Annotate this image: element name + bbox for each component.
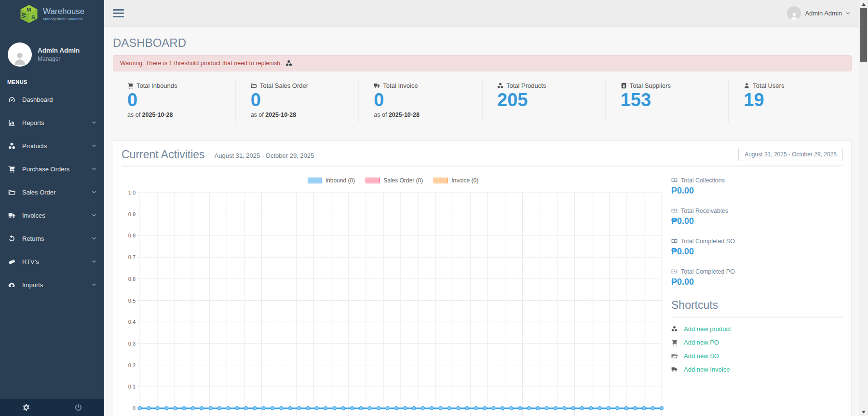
summary-label-text: Total Completed PO: [681, 268, 735, 275]
cart-icon: [127, 83, 134, 89]
data-point: [616, 406, 619, 410]
data-point: [457, 406, 460, 410]
truck-icon: [8, 212, 17, 219]
settings-button[interactable]: [0, 399, 52, 416]
summary-label-text: Total Receivables: [681, 208, 728, 214]
legend-label: Sales Order (0): [383, 177, 423, 184]
shortcut-label: Add new SO: [684, 352, 719, 360]
chevron-down-icon: [92, 166, 96, 171]
cubes-icon: [671, 326, 679, 332]
shortcut-add-new-so[interactable]: Add new SO: [671, 352, 843, 360]
brand-name: Warehouse: [43, 7, 84, 15]
sidebar-item-rtv-s[interactable]: RTV's: [0, 250, 104, 273]
summary-label: Total Completed PO: [671, 268, 843, 275]
data-point: [642, 406, 646, 410]
panel-header: Current Activities August 31, 2025 - Oct…: [122, 146, 843, 161]
y-axis-tick: 0.9: [128, 211, 136, 217]
profile-name: Admin Admin: [38, 47, 80, 54]
summary-value: ₱0.00: [671, 277, 843, 287]
cart-icon: [8, 166, 17, 173]
summary-column: Total Collections₱0.00Total Receivables₱…: [665, 170, 843, 416]
avatar: [8, 42, 32, 67]
brand[interactable]: W M S Warehouse Management Solutions: [0, 0, 104, 28]
chevron-down-icon: [92, 190, 96, 194]
chevron-down-icon: [92, 120, 96, 125]
legend-item-inbound[interactable]: Inbound (0): [308, 177, 355, 184]
chevron-down-icon: [846, 11, 850, 15]
legend-label: Inbound (0): [326, 177, 355, 184]
shortcut-add-new-product[interactable]: Add new product: [671, 325, 843, 333]
undo-icon: [8, 235, 17, 242]
date-range-picker[interactable]: August 31, 2025 - October 29, 2025: [738, 148, 843, 161]
sidebar-item-reports[interactable]: Reports: [0, 111, 104, 134]
chevron-down-icon: [92, 213, 96, 218]
summary-total-collections: Total Collections₱0.00: [671, 177, 843, 196]
sidebar-item-products[interactable]: Products: [0, 134, 104, 157]
data-point: [244, 406, 248, 410]
stat-value: 205: [497, 90, 600, 111]
data-point: [209, 406, 212, 410]
scroll-down-icon[interactable]: [859, 408, 868, 416]
sidebar-item-label: Purchase Orders: [22, 166, 69, 173]
activities-chart[interactable]: 1.00.90.80.70.60.50.40.30.20.10: [122, 189, 665, 416]
stat-value: 0: [251, 90, 354, 111]
data-point: [262, 406, 265, 410]
data-point: [341, 406, 345, 410]
brand-tagline: Management Solutions: [43, 17, 84, 21]
stat-total-invoice: Total Invoice0as of 2025-10-28: [358, 79, 482, 123]
sidebar-menu: DashboardReportsProductsPurchase OrdersS…: [0, 88, 104, 296]
topbar-user-name: Admin Admin: [805, 10, 842, 17]
sidebar-item-imports[interactable]: Imports: [0, 273, 104, 296]
folder-open-icon: [671, 353, 679, 359]
data-point: [581, 406, 584, 410]
data-point: [598, 406, 601, 410]
menu-toggle-icon[interactable]: [111, 7, 126, 19]
data-point: [528, 406, 531, 410]
summary-total-receivables: Total Receivables₱0.00: [671, 208, 843, 226]
logout-button[interactable]: [52, 399, 104, 416]
sidebar-item-returns[interactable]: Returns: [0, 227, 104, 250]
scroll-up-icon[interactable]: [859, 0, 868, 8]
sidebar-item-label: RTV's: [22, 258, 39, 265]
data-point: [298, 406, 301, 410]
shortcut-add-new-invoice[interactable]: Add new Invoice: [671, 366, 843, 373]
y-axis-tick: 0.4: [128, 319, 136, 325]
chevron-down-icon: [92, 143, 96, 148]
data-point: [439, 406, 442, 410]
sidebar-item-purchase-orders[interactable]: Purchase Orders: [0, 157, 104, 180]
sidebar-item-invoices[interactable]: Invoices: [0, 204, 104, 227]
data-point: [165, 406, 168, 410]
shortcut-add-new-po[interactable]: Add new PO: [671, 339, 843, 346]
user-dropdown[interactable]: Admin Admin: [787, 6, 850, 20]
legend-item-invoice[interactable]: Invoice (0): [434, 177, 478, 184]
scrollbar-thumb[interactable]: [860, 8, 867, 62]
page-scrollbar[interactable]: [859, 0, 868, 416]
data-point: [253, 406, 257, 410]
alert-text: Warning: There is 1 threshold product th…: [120, 60, 282, 67]
chart-canvas[interactable]: 1.00.90.80.70.60.50.40.30.20.10: [122, 189, 665, 416]
data-point: [465, 406, 469, 410]
stat-label: Total Inbounds: [127, 82, 231, 89]
sidebar-item-sales-order[interactable]: Sales Order: [0, 180, 104, 204]
data-point: [589, 406, 593, 410]
stat-label: Total Suppliers: [621, 82, 724, 89]
data-point: [607, 406, 610, 410]
brand-logo-icon: W M S: [19, 4, 39, 24]
data-point: [563, 406, 566, 410]
stats-row: Total Inbounds0as of 2025-10-28Total Sal…: [113, 79, 852, 123]
chart-column: Inbound (0)Sales Order (0)Invoice (0) 1.…: [122, 170, 665, 416]
data-point: [474, 406, 477, 410]
summary-value: ₱0.00: [671, 247, 843, 257]
sidebar-item-label: Imports: [22, 281, 43, 289]
sidebar-profile: Admin Admin Manager: [8, 42, 104, 67]
sidebar-item-dashboard[interactable]: Dashboard: [0, 88, 104, 111]
folder-open-icon: [251, 83, 257, 89]
legend-item-sales-order[interactable]: Sales Order (0): [366, 177, 423, 184]
chart-legend: Inbound (0)Sales Order (0)Invoice (0): [122, 177, 665, 184]
data-point: [227, 406, 230, 410]
shortcut-label: Add new Invoice: [684, 366, 730, 373]
chevron-down-icon: [92, 259, 96, 264]
data-point: [571, 406, 575, 410]
money-bill-icon: [671, 238, 678, 244]
svg-text:M: M: [27, 7, 31, 13]
